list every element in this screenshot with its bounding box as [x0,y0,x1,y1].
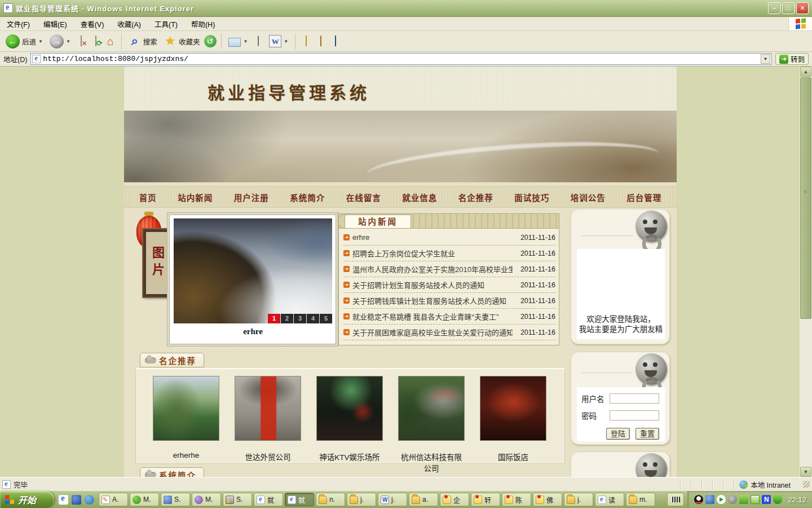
company-name[interactable]: 世达外贸公司 [235,451,301,462]
company-card[interactable]: 杭州信达科技有限公司 [398,376,465,474]
news-item[interactable]: ➜ 招聘会上万余岗位促大学生就业 2011-11-16 [343,246,555,261]
back-button[interactable]: ← 后退 ▼ [3,33,45,50]
company-photo[interactable] [316,376,383,441]
address-input[interactable]: http://localhost:8080/jspjyzdxns/ ▼ [30,53,772,65]
password-input[interactable] [610,410,659,421]
mail-dropdown-icon[interactable]: ▼ [243,39,248,44]
news-item[interactable]: ➜ 温州市人民政府办公室关于实施2010年高校毕业生 2011-11-16 [343,261,555,277]
tray-player-icon[interactable] [717,495,726,504]
nav-item[interactable]: 培训公告 [571,191,606,203]
tray-volume-icon[interactable] [728,495,737,504]
taskbar-window-button[interactable]: 佛 [533,493,562,506]
scroll-down-button[interactable]: ▼ [800,467,811,477]
mail-button[interactable]: ▼ [226,35,250,48]
stop-button[interactable] [75,35,87,47]
taskbar-window-button[interactable]: M. [192,493,221,506]
news-item-title[interactable]: 就业稳定不易跳槽 我县各大企业青睐“夫妻工” [352,311,513,322]
tray-security-icon[interactable] [739,495,748,504]
nav-item[interactable]: 站内新闻 [178,191,213,203]
company-card[interactable]: 国际饭店 [480,376,546,462]
company-photo[interactable] [235,376,301,441]
menu-item[interactable]: 查看(V) [74,19,111,29]
taskbar-window-button[interactable]: m. [626,493,655,506]
company-name[interactable]: 杭州信达科技有限公司 [398,451,465,474]
taskbar-window-button[interactable]: A. [99,493,128,506]
scrollbar-thumb[interactable] [800,77,811,319]
nav-item[interactable]: 用户注册 [234,191,269,203]
notes-button[interactable] [300,35,312,47]
address-dropdown-icon[interactable]: ▼ [761,54,770,64]
slideshow-page-number[interactable]: 1 [268,314,280,323]
menu-item[interactable]: 帮助(H) [184,19,222,29]
news-item-title[interactable]: 关于招聘计划生育服务站技术人员的通知 [352,279,513,290]
company-card[interactable]: erherhe [153,376,219,459]
company-photo[interactable] [480,376,546,441]
forward-button[interactable]: → ▼ [47,33,73,50]
slideshow-caption[interactable]: erhre [174,327,332,340]
discuss-button[interactable] [329,35,342,47]
news-item-title[interactable]: 关于招聘钱库镇计划生育服务站技术人员的通知 [352,295,513,306]
taskbar-window-button[interactable]: j. [378,493,407,506]
go-button[interactable]: ➜ 转到 [775,53,809,65]
username-input[interactable] [610,393,659,404]
taskbar-window-button[interactable]: j. [347,493,376,506]
tray-shield-icon[interactable] [773,495,782,504]
taskbar-window-button[interactable]: 就 [285,493,314,506]
start-button[interactable]: 开始 [0,491,54,508]
minimize-button[interactable]: – [768,2,780,14]
tray-qq-icon[interactable] [694,495,703,504]
taskbar-window-button[interactable]: 轩 [471,493,500,506]
slideshow-page-number[interactable]: 4 [307,314,319,323]
quicklaunch-ie-icon[interactable] [59,495,68,505]
news-item-title[interactable]: 温州市人民政府办公室关于实施2010年高校毕业生 [352,264,513,274]
scroll-up-button[interactable]: ▲ [800,67,811,77]
taskbar-window-button[interactable]: M. [130,493,159,506]
company-photo[interactable] [398,376,465,441]
slideshow-image[interactable]: 1 2 3 4 5 [174,218,332,323]
nav-item[interactable]: 系统简介 [290,191,325,203]
vertical-scrollbar[interactable]: ▲ ▼ [800,67,812,477]
language-bar-button[interactable] [667,493,684,506]
tray-n-icon[interactable]: N [762,495,771,504]
taskbar-window-button[interactable]: 企 [440,493,469,506]
nav-item[interactable]: 在线留言 [346,191,381,203]
menu-item[interactable]: 编辑(E) [37,19,74,29]
news-item[interactable]: ➜ 关于招聘钱库镇计划生育服务站技术人员的通知 2011-11-16 [343,293,555,309]
search-button[interactable]: 搜索 [126,34,160,49]
news-item[interactable]: ➜ 关于招聘计划生育服务站技术人员的通知 2011-11-16 [343,277,555,293]
news-item[interactable]: ➜ 就业稳定不易跳槽 我县各大企业青睐“夫妻工” 2011-11-16 [343,309,555,325]
nav-item[interactable]: 面试技巧 [514,191,549,203]
home-button[interactable] [104,35,117,47]
tray-network-icon[interactable] [705,495,714,504]
nav-item[interactable]: 就业信息 [402,191,437,203]
quicklaunch-media-icon[interactable] [85,495,94,505]
quicklaunch-messenger-icon[interactable] [72,495,81,505]
slideshow-page-number[interactable]: 2 [281,314,293,323]
company-photo[interactable] [153,376,219,441]
company-card[interactable]: 神话KTV娱乐场所 [316,376,383,462]
resize-grip[interactable] [803,481,810,488]
tray-document-icon[interactable] [751,495,760,504]
news-item-title[interactable]: erhre [352,233,513,242]
news-item-title[interactable]: 招聘会上万余岗位促大学生就业 [352,248,513,259]
company-name[interactable]: 神话KTV娱乐场所 [316,451,383,462]
menu-item[interactable]: 收藏(A) [111,19,148,29]
back-dropdown-icon[interactable]: ▼ [38,39,43,44]
taskbar-window-button[interactable]: a. [409,493,438,506]
close-button[interactable]: ✕ [796,2,809,14]
taskbar-window-button[interactable]: 读 [595,493,624,506]
print-button[interactable] [252,35,264,47]
nav-item[interactable]: 后台管理 [626,191,661,203]
company-name[interactable]: 国际饭店 [480,451,546,462]
slideshow-page-number[interactable]: 3 [294,314,306,323]
taskbar-window-button[interactable]: n. [316,493,345,506]
menu-item[interactable]: 文件(F) [0,19,37,29]
company-card[interactable]: 世达外贸公司 [235,376,301,462]
word-dropdown-icon[interactable]: ▼ [284,39,288,44]
taskbar-window-button[interactable]: S. [223,493,252,506]
research-button[interactable] [315,35,327,47]
taskbar-window-button[interactable]: S. [161,493,190,506]
slideshow-page-number[interactable]: 5 [320,314,332,323]
refresh-button[interactable] [90,35,102,47]
news-item[interactable]: ➜ erhre 2011-11-16 [343,230,555,246]
